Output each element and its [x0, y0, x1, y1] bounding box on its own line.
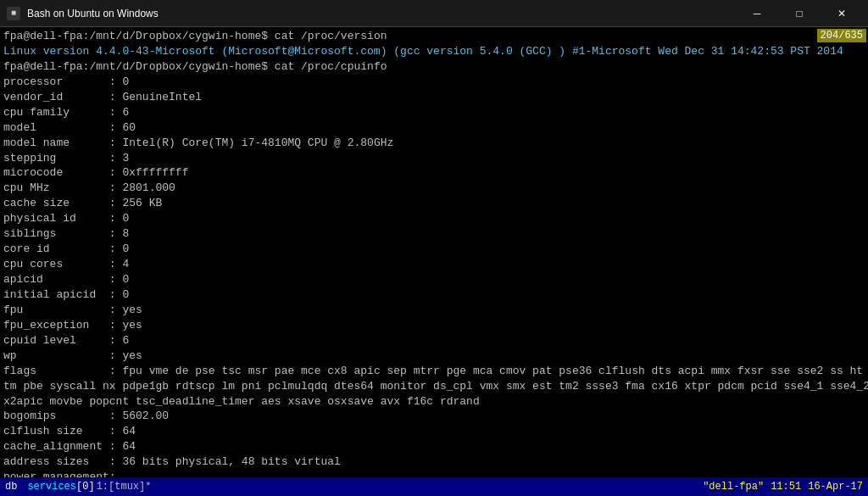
terminal-line: cpu family : 6 [3, 105, 865, 120]
scroll-indicator: 204/635 [817, 29, 866, 42]
minimize-button[interactable]: ─ [737, 0, 776, 27]
terminal-line: cache_alignment : 64 [3, 439, 865, 454]
services-label: services [27, 481, 76, 493]
terminal-line: cpu cores : 4 [3, 257, 865, 272]
terminal-line: physical id : 0 [3, 211, 865, 226]
window-icon: ■ [7, 7, 20, 20]
terminal-line: bogomips : 5602.00 [3, 409, 865, 424]
terminal-line: x2apic movbe popcnt tsc_deadline_timer a… [3, 394, 865, 410]
terminal-line: initial apicid : 0 [3, 287, 865, 303]
terminal-line: flags : fpu vme de pse tsc msr pae mce c… [3, 364, 865, 379]
terminal-line: stepping : 3 [3, 151, 865, 166]
status-left: db services [0] 1:[tmux]* [0, 477, 698, 496]
restore-button[interactable]: □ [780, 0, 819, 27]
terminal-line: cache size : 256 KB [3, 196, 865, 211]
status-right: "dell-fpa" 11:51 16-Apr-17 [698, 481, 868, 493]
terminal-line: fpa@dell-fpa:/mnt/d/Dropbox/cygwin-home$… [3, 29, 865, 44]
terminal-line: model : 60 [3, 120, 865, 136]
title-bar-left: ■ Bash on Ubuntu on Windows [7, 7, 159, 20]
title-bar: ■ Bash on Ubuntu on Windows ─ □ ✕ [0, 0, 868, 27]
status-db: db [0, 477, 22, 496]
status-bar: db services [0] 1:[tmux]* "dell-fpa" 11:… [0, 477, 868, 496]
terminal-line: cpu MHz : 2801.000 [3, 181, 865, 196]
terminal-line: fpu : yes [3, 303, 865, 318]
terminal-line: siblings : 8 [3, 226, 865, 242]
terminal-line: core id : 0 [3, 242, 865, 257]
terminal-line: fpa@dell-fpa:/mnt/d/Dropbox/cygwin-home$… [3, 59, 865, 75]
date-label: 16-Apr-17 [808, 481, 863, 493]
host-label: "dell-fpa" [703, 481, 764, 493]
terminal-line: processor : 0 [3, 75, 865, 90]
terminal-line: microcode : 0xffffffff [3, 165, 865, 181]
terminal-line: address sizes : 36 bits physical, 48 bit… [3, 454, 865, 470]
terminal-line: fpu_exception : yes [3, 318, 865, 333]
terminal-line: vendor_id : GenuineIntel [3, 90, 865, 105]
status-services: services [0] 1:[tmux]* [22, 477, 156, 496]
window-controls: ─ □ ✕ [737, 0, 861, 27]
title-text: Bash on Ubuntu on Windows [27, 8, 159, 20]
terminal-line: cpuid level : 6 [3, 333, 865, 348]
tab-label: [0] [76, 481, 95, 493]
terminal[interactable]: 204/635 fpa@dell-fpa:/mnt/d/Dropbox/cygw… [0, 27, 868, 477]
terminal-line: tm pbe syscall nx pdpe1gb rdtscp lm pni … [3, 379, 865, 394]
terminal-line: model name : Intel(R) Core(TM) i7-4810MQ… [3, 136, 865, 151]
terminal-output: fpa@dell-fpa:/mnt/d/Dropbox/cygwin-home$… [3, 29, 865, 477]
terminal-line: Linux version 4.4.0-43-Microsoft (Micros… [3, 44, 865, 59]
terminal-line: wp : yes [3, 348, 865, 364]
shell-label: 1:[tmux]* [97, 481, 152, 493]
time-label: 11:51 [771, 481, 801, 493]
close-button[interactable]: ✕ [822, 0, 861, 27]
terminal-line: power management: [3, 470, 865, 477]
terminal-line: apicid : 0 [3, 272, 865, 287]
terminal-line: clflush size : 64 [3, 424, 865, 439]
